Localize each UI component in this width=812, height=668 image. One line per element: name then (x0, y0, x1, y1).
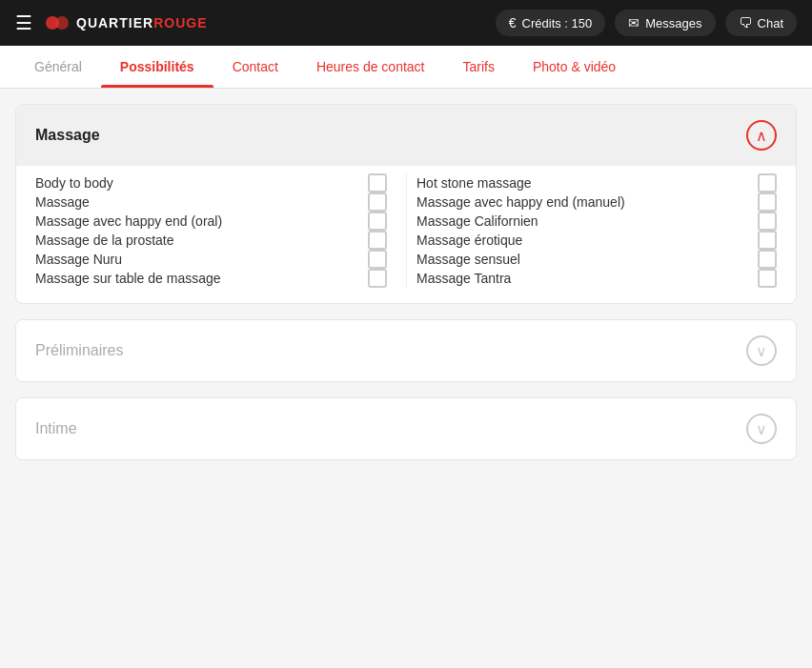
happy-end-manuel-checkbox[interactable] (758, 192, 777, 212)
hot-stone-label: Hot stone massage (416, 175, 532, 191)
menu-icon[interactable]: ☰ (15, 11, 32, 34)
massage-item-nuru-left: Massage Nuru (35, 250, 406, 269)
logo-svg-icon (44, 10, 71, 36)
tantra-checkbox[interactable] (758, 269, 777, 288)
tab-contact[interactable]: Contact (213, 46, 297, 88)
logo: QUARTIERROUGE (44, 10, 207, 36)
body-to-body-checkbox[interactable] (368, 173, 387, 192)
chevron-up-icon: ∧ (756, 127, 767, 145)
erotique-checkbox[interactable] (758, 231, 777, 250)
massage-item-prostate-left: Massage de la prostate (35, 231, 406, 250)
chevron-down-icon-intime: ∨ (756, 420, 767, 438)
section-preliminaires-title: Préliminaires (35, 342, 123, 359)
erotique-label: Massage érotique (416, 233, 522, 248)
sensuel-checkbox[interactable] (758, 250, 777, 269)
body-to-body-label: Body to body (35, 175, 113, 191)
californien-label: Massage Californien (416, 213, 538, 229)
massage-items-grid: Body to body Hot stone massage Massage M… (16, 166, 796, 303)
section-massage: Massage ∧ Body to body Hot stone massage… (15, 104, 797, 304)
svg-point-1 (55, 16, 69, 30)
prostate-label: Massage de la prostate (35, 233, 174, 248)
header-left: ☰ QUARTIERROUGE (15, 10, 480, 36)
tab-heures-contact[interactable]: Heures de contact (297, 46, 444, 88)
massage-label: Massage (35, 194, 90, 210)
massage-item-happy-end-oral-left: Massage avec happy end (oral) (35, 212, 406, 231)
massage-item-sensuel-right: Massage sensuel (406, 250, 777, 269)
chevron-down-icon: ∨ (756, 342, 767, 360)
chat-pill[interactable]: 🗨 Chat (725, 10, 797, 36)
table-label: Massage sur table de massage (35, 271, 221, 286)
euro-icon: € (509, 15, 517, 30)
header-right: € Crédits : 150 ✉ Messages 🗨 Chat (496, 10, 797, 36)
massage-item-table-left: Massage sur table de massage (35, 269, 406, 288)
massage-item-massage-left: Massage (35, 192, 406, 212)
chat-label: Chat (758, 16, 783, 30)
tab-photo-video[interactable]: Photo & vidéo (514, 46, 635, 88)
tantra-label: Massage Tantra (416, 271, 511, 286)
section-intime: Intime ∨ (15, 397, 797, 460)
section-massage-title: Massage (35, 127, 100, 144)
section-massage-header[interactable]: Massage ∧ (16, 105, 796, 166)
massage-item-erotique-right: Massage érotique (406, 231, 777, 250)
massage-item-tantra-right: Massage Tantra (406, 269, 777, 288)
nuru-label: Massage Nuru (35, 252, 122, 267)
happy-end-oral-checkbox[interactable] (368, 212, 387, 231)
logo-text: QUARTIERROUGE (76, 15, 207, 30)
credits-label: Crédits : 150 (522, 16, 593, 30)
logo-quartier: QUARTIER (76, 15, 153, 30)
section-intime-header[interactable]: Intime ∨ (16, 398, 796, 459)
section-preliminaires-toggle[interactable]: ∨ (746, 335, 777, 366)
messages-pill[interactable]: ✉ Messages (615, 10, 715, 36)
messages-label: Messages (645, 16, 701, 30)
messages-icon: ✉ (628, 15, 639, 30)
sensuel-label: Massage sensuel (416, 252, 520, 267)
tabs-bar: Général Possibilités Contact Heures de c… (0, 46, 812, 89)
happy-end-manuel-label: Massage avec happy end (manuel) (416, 194, 625, 210)
prostate-checkbox[interactable] (368, 231, 387, 250)
logo-rouge: ROUGE (153, 15, 207, 30)
massage-item-happy-end-manuel-right: Massage avec happy end (manuel) (406, 192, 777, 212)
credits-pill[interactable]: € Crédits : 150 (496, 10, 606, 36)
tab-possibilites[interactable]: Possibilités (101, 46, 213, 88)
tab-tarifs[interactable]: Tarifs (444, 46, 514, 88)
hot-stone-checkbox[interactable] (758, 173, 777, 192)
chat-icon: 🗨 (739, 15, 752, 30)
massage-item-body-to-body-left: Body to body (35, 173, 406, 192)
section-preliminaires: Préliminaires ∨ (15, 319, 797, 382)
section-intime-toggle[interactable]: ∨ (746, 414, 777, 444)
californien-checkbox[interactable] (758, 212, 777, 231)
section-preliminaires-header[interactable]: Préliminaires ∨ (16, 320, 796, 381)
header: ☰ QUARTIERROUGE € Crédits : 150 ✉ Messag… (0, 0, 812, 46)
table-checkbox[interactable] (368, 269, 387, 288)
nuru-checkbox[interactable] (368, 250, 387, 269)
massage-item-californien-right: Massage Californien (406, 212, 777, 231)
massage-checkbox[interactable] (368, 192, 387, 212)
section-massage-toggle[interactable]: ∧ (746, 120, 777, 151)
main-content: Massage ∧ Body to body Hot stone massage… (0, 89, 812, 476)
section-intime-title: Intime (35, 420, 77, 437)
happy-end-oral-label: Massage avec happy end (oral) (35, 213, 222, 229)
tab-general[interactable]: Général (15, 46, 101, 88)
massage-item-hot-stone-right: Hot stone massage (406, 173, 777, 192)
